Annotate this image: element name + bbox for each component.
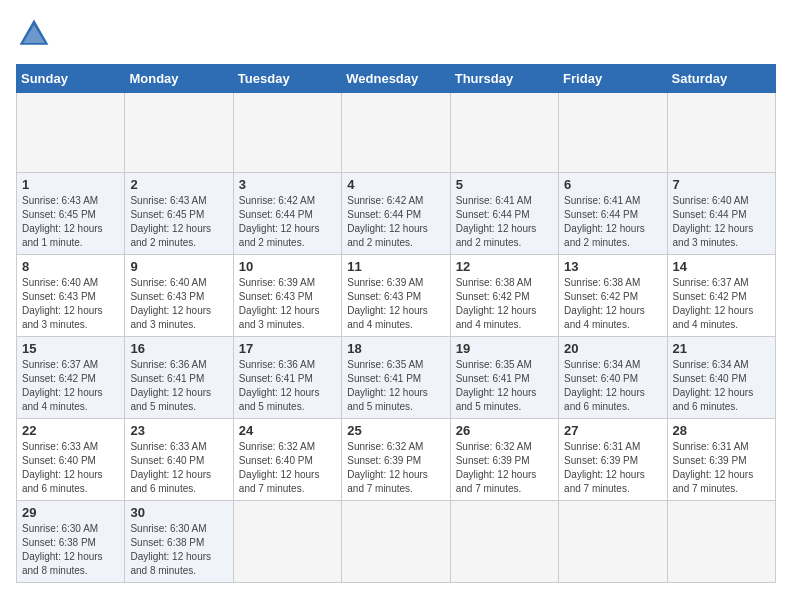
calendar-week-row: 29Sunrise: 6:30 AM Sunset: 6:38 PM Dayli…: [17, 501, 776, 583]
calendar-cell: 25Sunrise: 6:32 AM Sunset: 6:39 PM Dayli…: [342, 419, 450, 501]
day-info: Sunrise: 6:43 AM Sunset: 6:45 PM Dayligh…: [22, 194, 119, 250]
day-info: Sunrise: 6:32 AM Sunset: 6:39 PM Dayligh…: [456, 440, 553, 496]
day-number: 23: [130, 423, 227, 438]
day-number: 15: [22, 341, 119, 356]
calendar-cell: [559, 501, 667, 583]
calendar-cell: 11Sunrise: 6:39 AM Sunset: 6:43 PM Dayli…: [342, 255, 450, 337]
calendar-week-row: [17, 93, 776, 173]
day-info: Sunrise: 6:31 AM Sunset: 6:39 PM Dayligh…: [564, 440, 661, 496]
calendar-cell: 8Sunrise: 6:40 AM Sunset: 6:43 PM Daylig…: [17, 255, 125, 337]
day-number: 19: [456, 341, 553, 356]
day-number: 25: [347, 423, 444, 438]
calendar-cell: [450, 93, 558, 173]
calendar-cell: 24Sunrise: 6:32 AM Sunset: 6:40 PM Dayli…: [233, 419, 341, 501]
calendar-cell: 19Sunrise: 6:35 AM Sunset: 6:41 PM Dayli…: [450, 337, 558, 419]
day-info: Sunrise: 6:41 AM Sunset: 6:44 PM Dayligh…: [564, 194, 661, 250]
calendar-cell: 14Sunrise: 6:37 AM Sunset: 6:42 PM Dayli…: [667, 255, 775, 337]
day-info: Sunrise: 6:38 AM Sunset: 6:42 PM Dayligh…: [564, 276, 661, 332]
calendar-cell: 26Sunrise: 6:32 AM Sunset: 6:39 PM Dayli…: [450, 419, 558, 501]
calendar-cell: 5Sunrise: 6:41 AM Sunset: 6:44 PM Daylig…: [450, 173, 558, 255]
day-info: Sunrise: 6:42 AM Sunset: 6:44 PM Dayligh…: [347, 194, 444, 250]
day-number: 5: [456, 177, 553, 192]
day-number: 27: [564, 423, 661, 438]
calendar-cell: 29Sunrise: 6:30 AM Sunset: 6:38 PM Dayli…: [17, 501, 125, 583]
calendar-cell: 16Sunrise: 6:36 AM Sunset: 6:41 PM Dayli…: [125, 337, 233, 419]
col-header-thursday: Thursday: [450, 65, 558, 93]
calendar-cell: [17, 93, 125, 173]
day-number: 3: [239, 177, 336, 192]
calendar-cell: 28Sunrise: 6:31 AM Sunset: 6:39 PM Dayli…: [667, 419, 775, 501]
day-info: Sunrise: 6:40 AM Sunset: 6:43 PM Dayligh…: [22, 276, 119, 332]
day-info: Sunrise: 6:40 AM Sunset: 6:43 PM Dayligh…: [130, 276, 227, 332]
calendar-cell: 4Sunrise: 6:42 AM Sunset: 6:44 PM Daylig…: [342, 173, 450, 255]
day-info: Sunrise: 6:42 AM Sunset: 6:44 PM Dayligh…: [239, 194, 336, 250]
calendar-cell: 22Sunrise: 6:33 AM Sunset: 6:40 PM Dayli…: [17, 419, 125, 501]
day-number: 13: [564, 259, 661, 274]
day-number: 21: [673, 341, 770, 356]
day-number: 8: [22, 259, 119, 274]
calendar-cell: 20Sunrise: 6:34 AM Sunset: 6:40 PM Dayli…: [559, 337, 667, 419]
calendar-cell: [233, 93, 341, 173]
calendar-week-row: 8Sunrise: 6:40 AM Sunset: 6:43 PM Daylig…: [17, 255, 776, 337]
calendar-cell: 18Sunrise: 6:35 AM Sunset: 6:41 PM Dayli…: [342, 337, 450, 419]
day-number: 7: [673, 177, 770, 192]
calendar-cell: 7Sunrise: 6:40 AM Sunset: 6:44 PM Daylig…: [667, 173, 775, 255]
calendar-cell: 30Sunrise: 6:30 AM Sunset: 6:38 PM Dayli…: [125, 501, 233, 583]
calendar-cell: 27Sunrise: 6:31 AM Sunset: 6:39 PM Dayli…: [559, 419, 667, 501]
calendar-week-row: 1Sunrise: 6:43 AM Sunset: 6:45 PM Daylig…: [17, 173, 776, 255]
day-number: 9: [130, 259, 227, 274]
day-info: Sunrise: 6:32 AM Sunset: 6:40 PM Dayligh…: [239, 440, 336, 496]
day-info: Sunrise: 6:31 AM Sunset: 6:39 PM Dayligh…: [673, 440, 770, 496]
day-info: Sunrise: 6:33 AM Sunset: 6:40 PM Dayligh…: [22, 440, 119, 496]
day-number: 2: [130, 177, 227, 192]
day-number: 18: [347, 341, 444, 356]
col-header-saturday: Saturday: [667, 65, 775, 93]
day-number: 4: [347, 177, 444, 192]
calendar-cell: [559, 93, 667, 173]
day-info: Sunrise: 6:43 AM Sunset: 6:45 PM Dayligh…: [130, 194, 227, 250]
day-number: 14: [673, 259, 770, 274]
calendar-cell: [667, 93, 775, 173]
day-number: 17: [239, 341, 336, 356]
day-info: Sunrise: 6:30 AM Sunset: 6:38 PM Dayligh…: [22, 522, 119, 578]
day-info: Sunrise: 6:39 AM Sunset: 6:43 PM Dayligh…: [239, 276, 336, 332]
day-number: 30: [130, 505, 227, 520]
day-info: Sunrise: 6:36 AM Sunset: 6:41 PM Dayligh…: [130, 358, 227, 414]
day-number: 11: [347, 259, 444, 274]
col-header-wednesday: Wednesday: [342, 65, 450, 93]
calendar-cell: 23Sunrise: 6:33 AM Sunset: 6:40 PM Dayli…: [125, 419, 233, 501]
day-info: Sunrise: 6:35 AM Sunset: 6:41 PM Dayligh…: [456, 358, 553, 414]
day-info: Sunrise: 6:40 AM Sunset: 6:44 PM Dayligh…: [673, 194, 770, 250]
day-number: 22: [22, 423, 119, 438]
calendar-cell: [342, 93, 450, 173]
day-number: 16: [130, 341, 227, 356]
calendar-cell: [450, 501, 558, 583]
calendar-header-row: SundayMondayTuesdayWednesdayThursdayFrid…: [17, 65, 776, 93]
day-info: Sunrise: 6:33 AM Sunset: 6:40 PM Dayligh…: [130, 440, 227, 496]
col-header-monday: Monday: [125, 65, 233, 93]
day-info: Sunrise: 6:34 AM Sunset: 6:40 PM Dayligh…: [673, 358, 770, 414]
day-info: Sunrise: 6:34 AM Sunset: 6:40 PM Dayligh…: [564, 358, 661, 414]
calendar-cell: 15Sunrise: 6:37 AM Sunset: 6:42 PM Dayli…: [17, 337, 125, 419]
day-number: 29: [22, 505, 119, 520]
calendar-cell: 1Sunrise: 6:43 AM Sunset: 6:45 PM Daylig…: [17, 173, 125, 255]
col-header-friday: Friday: [559, 65, 667, 93]
calendar-cell: 13Sunrise: 6:38 AM Sunset: 6:42 PM Dayli…: [559, 255, 667, 337]
logo-icon: [16, 16, 52, 52]
day-number: 10: [239, 259, 336, 274]
calendar-cell: 12Sunrise: 6:38 AM Sunset: 6:42 PM Dayli…: [450, 255, 558, 337]
day-info: Sunrise: 6:36 AM Sunset: 6:41 PM Dayligh…: [239, 358, 336, 414]
page-header: [16, 16, 776, 52]
col-header-sunday: Sunday: [17, 65, 125, 93]
day-info: Sunrise: 6:37 AM Sunset: 6:42 PM Dayligh…: [22, 358, 119, 414]
calendar-table: SundayMondayTuesdayWednesdayThursdayFrid…: [16, 64, 776, 583]
calendar-cell: [233, 501, 341, 583]
day-info: Sunrise: 6:32 AM Sunset: 6:39 PM Dayligh…: [347, 440, 444, 496]
calendar-week-row: 15Sunrise: 6:37 AM Sunset: 6:42 PM Dayli…: [17, 337, 776, 419]
calendar-cell: 6Sunrise: 6:41 AM Sunset: 6:44 PM Daylig…: [559, 173, 667, 255]
calendar-cell: 21Sunrise: 6:34 AM Sunset: 6:40 PM Dayli…: [667, 337, 775, 419]
day-number: 12: [456, 259, 553, 274]
calendar-cell: 17Sunrise: 6:36 AM Sunset: 6:41 PM Dayli…: [233, 337, 341, 419]
calendar-week-row: 22Sunrise: 6:33 AM Sunset: 6:40 PM Dayli…: [17, 419, 776, 501]
calendar-cell: [342, 501, 450, 583]
